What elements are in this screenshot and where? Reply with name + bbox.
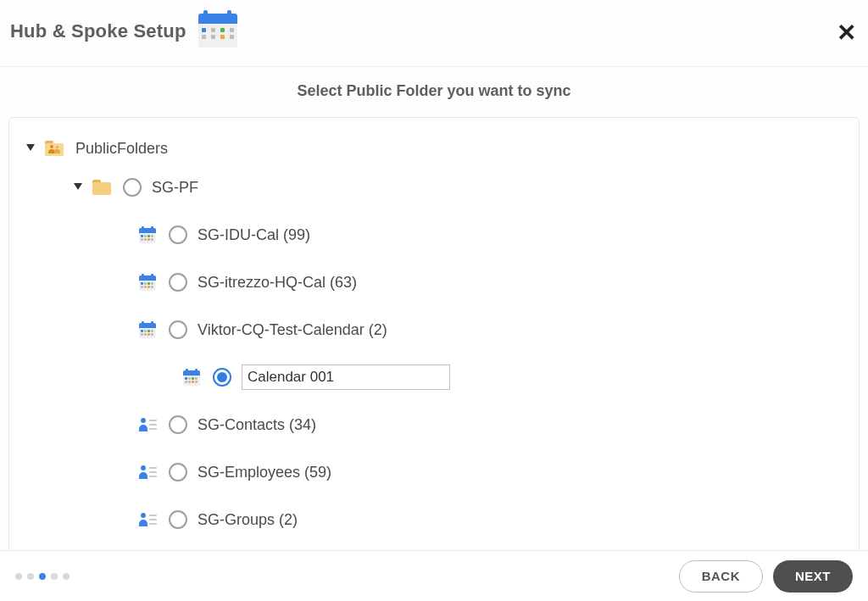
tree-node-label: PublicFolders (75, 140, 168, 158)
expand-toggle-icon[interactable] (25, 142, 36, 154)
select-radio[interactable] (169, 463, 187, 481)
tree-node-calendar[interactable]: Viktor-CQ-Test-Calendar (2) (23, 306, 845, 353)
back-button[interactable]: BACK (679, 560, 763, 593)
select-radio[interactable] (169, 510, 187, 529)
contacts-icon (138, 465, 157, 480)
tree-node-label: Viktor-CQ-Test-Calendar (2) (198, 321, 387, 339)
tree-node-new-calendar[interactable] (23, 353, 845, 401)
tree-node-label: SG-Employees (59) (198, 464, 331, 481)
expand-toggle-icon[interactable] (72, 181, 84, 193)
tree-node-contacts[interactable]: SG-Contacts (34) (23, 401, 845, 448)
svg-marker-1 (74, 183, 82, 190)
contacts-icon (138, 512, 157, 527)
tree-node-label: SG-PF (152, 179, 198, 197)
folder-icon (92, 180, 111, 195)
svg-marker-0 (26, 144, 35, 151)
folder-name-input[interactable] (242, 364, 450, 390)
folder-tree: PublicFolders SG-PF SG-IDU-Cal (99) (23, 133, 845, 543)
tree-node-sg-pf[interactable]: SG-PF (23, 164, 845, 211)
contacts-icon (138, 417, 157, 432)
tree-node-calendar[interactable]: SG-IDU-Cal (99) (23, 211, 845, 259)
select-radio[interactable] (213, 368, 231, 387)
dialog-title: Hub & Spoke Setup (10, 20, 186, 42)
select-radio[interactable] (169, 320, 187, 339)
tree-node-contacts[interactable]: SG-Employees (59) (23, 448, 845, 496)
step-dot (51, 573, 58, 580)
select-radio[interactable] (169, 273, 187, 292)
tree-node-label: SG-itrezzo-HQ-Cal (63) (198, 274, 357, 292)
wizard-footer: BACK NEXT (0, 550, 868, 601)
dialog-header: Hub & Spoke Setup ✕ (0, 0, 868, 67)
tree-node-contacts[interactable]: SG-Groups (2) (23, 496, 845, 543)
step-dot (15, 573, 22, 580)
tree-node-label: SG-Contacts (34) (198, 416, 316, 434)
tree-node-public-folders[interactable]: PublicFolders (23, 133, 845, 164)
step-dot-active (39, 573, 46, 580)
close-icon[interactable]: ✕ (837, 21, 856, 45)
select-radio[interactable] (169, 225, 187, 244)
step-dot (27, 573, 34, 580)
public-folder-icon (45, 141, 64, 156)
tree-node-label: SG-Groups (2) (198, 511, 298, 529)
step-indicator (15, 573, 70, 580)
step-dot (63, 573, 70, 580)
folder-tree-panel: PublicFolders SG-PF SG-IDU-Cal (99) (8, 117, 860, 564)
footer-buttons: BACK NEXT (679, 560, 853, 593)
select-radio[interactable] (169, 415, 187, 434)
calendar-icon (138, 321, 157, 338)
tree-node-label: SG-IDU-Cal (99) (198, 226, 310, 244)
calendar-icon (195, 12, 241, 51)
next-button[interactable]: NEXT (773, 560, 853, 593)
calendar-icon (138, 274, 157, 291)
tree-node-calendar[interactable]: SG-itrezzo-HQ-Cal (63) (23, 259, 845, 306)
calendar-icon (182, 369, 201, 386)
select-radio[interactable] (123, 178, 142, 197)
calendar-icon (138, 226, 157, 243)
instruction-text: Select Public Folder you want to sync (0, 67, 868, 117)
